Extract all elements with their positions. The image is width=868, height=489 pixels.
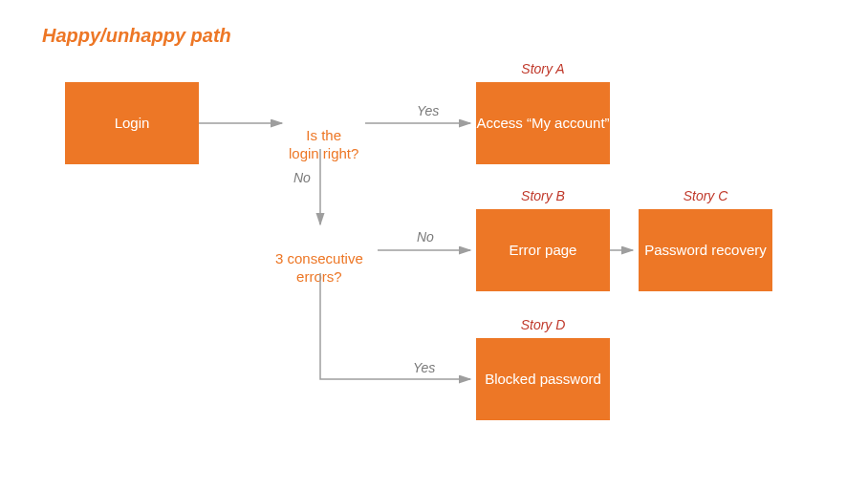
story-label-a: Story A <box>476 61 610 76</box>
node-decision-login-right: Is the login right? <box>289 107 358 163</box>
decision-label: 3 consecutive errors? <box>275 250 363 286</box>
arrow-decision2-yes <box>320 273 470 379</box>
node-label: Login <box>115 114 150 133</box>
node-label: Access “My account” <box>476 114 609 133</box>
decision-label: Is the login right? <box>289 127 358 162</box>
node-error-page: Error page <box>476 209 610 291</box>
node-login: Login <box>65 82 199 164</box>
node-decision-3-errors: 3 consecutive errors? <box>275 230 363 287</box>
node-access-my-account: Access “My account” <box>476 82 610 164</box>
edge-label-yes-1: Yes <box>417 103 439 118</box>
diagram-title: Happy/unhappy path <box>42 25 231 47</box>
node-password-recovery: Password recovery <box>639 209 772 291</box>
edge-label-no-2: No <box>417 229 434 244</box>
node-blocked-password: Blocked password <box>476 338 610 420</box>
node-label: Error page <box>510 241 577 260</box>
node-label: Blocked password <box>485 370 601 389</box>
story-label-c: Story C <box>639 188 772 203</box>
edge-label-no-1: No <box>293 170 311 185</box>
story-label-b: Story B <box>476 188 610 203</box>
story-label-d: Story D <box>476 317 610 332</box>
node-label: Password recovery <box>644 241 767 260</box>
edge-label-yes-2: Yes <box>413 360 435 375</box>
